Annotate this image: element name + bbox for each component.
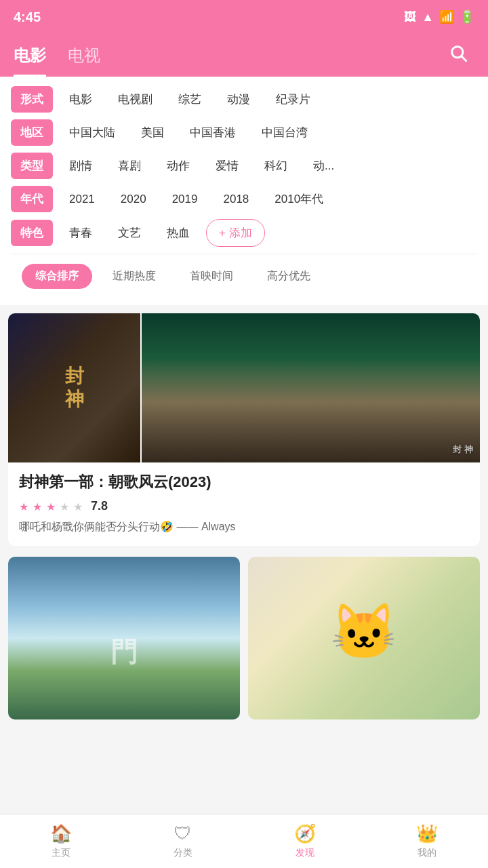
tab-tv[interactable]: 电视 (68, 34, 100, 77)
filter-tag-documentary[interactable]: 纪录片 (266, 86, 320, 113)
battery-icon: 🔋 (460, 9, 474, 24)
content-area: 封 神 封神第一部：朝歌风云(2023) ★ ★ ★ ★ ★ 7.8 哪吒和杨戬… (0, 305, 488, 719)
filter-tag-scifi[interactable]: 科幻 (255, 153, 297, 179)
filter-tag-anime[interactable]: 动漫 (218, 86, 260, 113)
filter-label-type: 类型 (11, 153, 53, 179)
nav-mine-label: 我的 (418, 847, 436, 859)
signal-icon: 📶 (439, 9, 454, 24)
filter-tag-taiwan[interactable]: 中国台湾 (252, 119, 317, 146)
nav-category[interactable]: 🛡 分类 (122, 818, 244, 865)
filter-tag-hot-blood[interactable]: 热血 (157, 220, 199, 246)
bottom-nav: 🏠 主页 🛡 分类 🧭 发现 👑 我的 (0, 814, 488, 868)
movie-card-fengsheng[interactable]: 封 神 封神第一部：朝歌风云(2023) ★ ★ ★ ★ ★ 7.8 哪吒和杨戬… (8, 313, 480, 546)
filter-tag-2010s[interactable]: 2010年代 (265, 186, 333, 212)
filter-tag-2020[interactable]: 2020 (111, 187, 156, 212)
filter-tag-romance[interactable]: 爱情 (206, 153, 248, 179)
movie-card-anime-door[interactable] (8, 557, 240, 719)
nav-discover[interactable]: 🧭 发现 (244, 818, 366, 865)
filter-label-format: 形式 (11, 86, 53, 113)
filter-label-region: 地区 (11, 119, 53, 146)
header: 电影 电视 (0, 34, 488, 77)
filter-tag-variety[interactable]: 综艺 (169, 86, 211, 113)
filter-tag-2018[interactable]: 2018 (214, 187, 258, 212)
nav-home-label: 主页 (52, 847, 70, 859)
filter-row-feature: 特色 青春 文艺 热血 + 添加 (11, 219, 477, 247)
filter-tag-usa[interactable]: 美国 (131, 119, 174, 146)
mine-icon: 👑 (416, 823, 438, 844)
filter-tag-drama[interactable]: 剧情 (60, 153, 102, 179)
status-bar: 4:45 🖼 ▲ 📶 🔋 (0, 0, 488, 34)
nav-category-label: 分类 (174, 847, 192, 859)
rating-score: 7.8 (91, 499, 108, 513)
filter-tag-youth[interactable]: 青春 (60, 220, 102, 246)
filter-tag-tv-series[interactable]: 电视剧 (108, 86, 162, 113)
nav-home[interactable]: 🏠 主页 (0, 818, 122, 865)
category-icon: 🛡 (174, 823, 192, 844)
filter-tag-comedy[interactable]: 喜剧 (108, 153, 150, 179)
filter-tag-action[interactable]: 动作 (157, 153, 199, 179)
star-2: ★ (33, 500, 45, 513)
movie-poster-large: 封 神 (142, 313, 480, 462)
discover-icon: 🧭 (294, 823, 316, 844)
sort-tab-recent-hot[interactable]: 近期热度 (99, 264, 169, 289)
movie-poster-anime-door (8, 557, 240, 719)
nav-tabs: 电影 电视 (14, 34, 100, 77)
movie-images-row: 封 神 (8, 313, 480, 462)
sort-tab-release-time[interactable]: 首映时间 (176, 264, 247, 289)
filter-tag-more-types[interactable]: 动... (304, 153, 344, 179)
filter-row-format: 形式 电影 电视剧 综艺 动漫 纪录片 (11, 86, 477, 113)
filter-label-year: 年代 (11, 186, 53, 212)
filter-tag-art[interactable]: 文艺 (108, 220, 150, 246)
movies-grid (8, 557, 480, 719)
home-icon: 🏠 (50, 823, 72, 844)
tab-movie[interactable]: 电影 (14, 34, 46, 77)
movie-watermark: 封 神 (453, 443, 473, 456)
nav-discover-label: 发现 (296, 847, 314, 859)
movie-card-cat-anime[interactable] (248, 557, 480, 719)
movie-rating: ★ ★ ★ ★ ★ 7.8 (19, 499, 469, 513)
filter-tag-2019[interactable]: 2019 (163, 187, 207, 212)
movie-title: 封神第一部：朝歌风云(2023) (19, 472, 469, 492)
filter-tag-hk[interactable]: 中国香港 (180, 119, 245, 146)
filter-tag-mainland[interactable]: 中国大陆 (60, 119, 125, 146)
filter-row-region: 地区 中国大陆 美国 中国香港 中国台湾 (11, 119, 477, 146)
star-3: ★ (46, 500, 58, 513)
filter-tag-2021[interactable]: 2021 (60, 187, 104, 212)
sort-bar: 综合排序 近期热度 首映时间 高分优先 (11, 254, 477, 296)
star-rating: ★ ★ ★ ★ ★ (19, 500, 85, 513)
wifi-icon: ▲ (422, 10, 434, 24)
movie-poster-cat-anime (248, 557, 480, 719)
movie-comment: 哪吒和杨戬你俩能否分头行动🤣 —— Always (19, 519, 469, 535)
star-5: ★ (73, 500, 85, 513)
photo-icon: 🖼 (404, 10, 416, 24)
star-4: ★ (60, 500, 72, 513)
movie-poster-small (8, 313, 140, 462)
status-icons: 🖼 ▲ 📶 🔋 (404, 9, 474, 24)
nav-mine[interactable]: 👑 我的 (366, 818, 488, 865)
search-button[interactable] (442, 37, 474, 74)
filter-row-type: 类型 剧情 喜剧 动作 爱情 科幻 动... (11, 153, 477, 179)
sort-tab-comprehensive[interactable]: 综合排序 (22, 264, 92, 289)
svg-line-1 (462, 56, 466, 60)
filter-label-feature: 特色 (11, 220, 53, 246)
sort-tab-high-score[interactable]: 高分优先 (253, 264, 324, 289)
filter-tag-movie[interactable]: 电影 (60, 86, 102, 113)
star-1: ★ (19, 500, 31, 513)
status-time: 4:45 (14, 9, 41, 25)
filter-row-year: 年代 2021 2020 2019 2018 2010年代 (11, 186, 477, 212)
filter-add-button[interactable]: + 添加 (206, 219, 265, 247)
filter-section: 形式 电影 电视剧 综艺 动漫 纪录片 地区 中国大陆 美国 中国香港 中国台湾… (0, 77, 488, 305)
movie-info: 封神第一部：朝歌风云(2023) ★ ★ ★ ★ ★ 7.8 哪吒和杨戬你俩能否… (8, 462, 480, 546)
